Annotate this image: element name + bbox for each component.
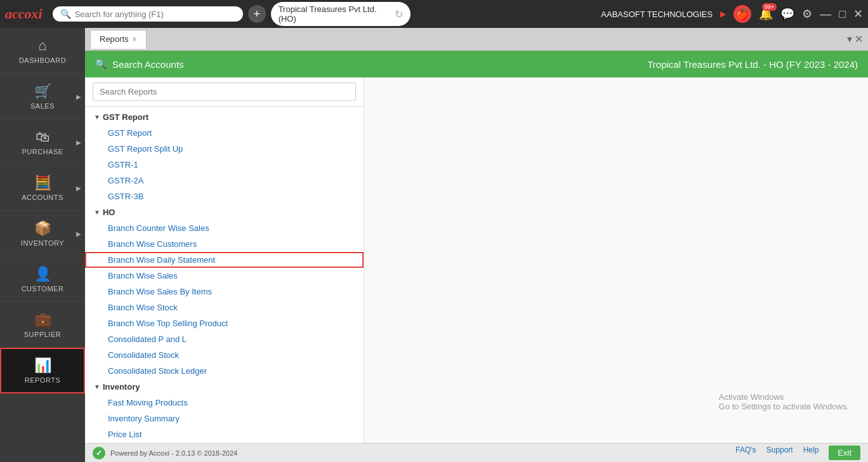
- left-panel: ▼ GST Report GST Report GST Report Split…: [85, 77, 364, 443]
- tab-bar: Reports × ▾ ✕: [85, 28, 868, 51]
- ho-section-items: Branch Counter Wise Sales Branch Wise Cu…: [85, 220, 364, 379]
- maximize-button[interactable]: □: [839, 8, 846, 21]
- sidebar-label-purchase: PURCHASE: [22, 148, 63, 155]
- sidebar-label-reports: REPORTS: [25, 376, 60, 384]
- tree-item-consolidated-stock[interactable]: Consolidated Stock: [85, 347, 364, 363]
- customer-icon: 👤: [34, 266, 51, 282]
- user-arrow: ▶: [720, 10, 726, 18]
- inventory-section-label: Inventory: [103, 382, 140, 392]
- tree-item-branch-wise-daily-statement[interactable]: Branch Wise Daily Statement: [85, 252, 364, 268]
- tab-more-buttons: ▾ ✕: [847, 33, 863, 45]
- sidebar-item-sales[interactable]: 🛒 SALES ▶: [0, 74, 85, 119]
- purchase-icon: 🛍: [36, 129, 49, 145]
- purchase-arrow-icon: ▶: [76, 138, 81, 145]
- settings-icon[interactable]: ⚙: [802, 7, 812, 21]
- tree-item-branch-counter-wise-sales[interactable]: Branch Counter Wise Sales: [85, 220, 364, 236]
- tree-item-branch-wise-sales[interactable]: Branch Wise Sales: [85, 268, 364, 284]
- footer-help-link[interactable]: Help: [803, 446, 819, 460]
- inventory-arrow-icon: ▶: [76, 230, 81, 237]
- avatar: 🍎: [733, 5, 751, 23]
- exit-button[interactable]: Exit: [829, 446, 860, 460]
- tree-item-gstr1[interactable]: GSTR-1: [85, 157, 364, 173]
- footer-powered-by: Powered by Accoxi - 2.0.13 © 2018-2024: [110, 449, 237, 457]
- search-reports-input[interactable]: [93, 82, 356, 101]
- gst-section-items: GST Report GST Report Split Up GSTR-1 GS…: [85, 125, 364, 204]
- sidebar-item-customer[interactable]: 👤 CUSTOMER: [0, 256, 85, 302]
- activate-windows-line1: Activate Windows: [719, 392, 849, 402]
- footer: ✓ Powered by Accoxi - 2.0.13 © 2018-2024…: [85, 443, 868, 462]
- tree-panel: ▼ GST Report GST Report GST Report Split…: [85, 107, 364, 443]
- sidebar-item-purchase[interactable]: 🛍 PURCHASE ▶: [0, 119, 85, 165]
- activate-windows-notice: Activate Windows Go to Settings to activ…: [719, 392, 849, 411]
- tree-item-gstr2a[interactable]: GSTR-2A: [85, 173, 364, 188]
- tree-section-inventory[interactable]: ▼ Inventory: [85, 379, 364, 395]
- company-header-title: Tropical Treasures Pvt Ltd. - HO (FY 202…: [647, 59, 858, 70]
- refresh-button[interactable]: ↻: [395, 8, 403, 20]
- tab-reports[interactable]: Reports ×: [90, 30, 147, 49]
- tree-item-price-list[interactable]: Price List: [85, 426, 364, 442]
- tab-reports-close[interactable]: ×: [133, 35, 137, 44]
- sidebar-item-supplier[interactable]: 💼 SUPPLIER: [0, 302, 85, 348]
- tab-dropdown-button[interactable]: ▾: [847, 33, 852, 45]
- sidebar-label-accounts: ACCOUNTS: [22, 194, 63, 201]
- search-accounts-icon: 🔍: [95, 58, 107, 70]
- gst-section-label: GST Report: [103, 112, 148, 122]
- tree-item-fast-moving-products[interactable]: Fast Moving Products: [85, 395, 364, 411]
- sidebar-label-dashboard: DASHBOARD: [19, 56, 66, 64]
- sidebar: ⌂ DASHBOARD 🛒 SALES ▶ 🛍 PURCHASE ▶ 🧮 ACC…: [0, 28, 85, 462]
- tree-item-branch-wise-top-selling[interactable]: Branch Wise Top Selling Product: [85, 315, 364, 331]
- sidebar-item-accounts[interactable]: 🧮 ACCOUNTS ▶: [0, 165, 85, 211]
- topbar: accoxi 🔍 + Tropical Treasures Pvt Ltd.(H…: [0, 0, 868, 28]
- footer-logo: ✓: [93, 447, 105, 459]
- sidebar-item-inventory[interactable]: 📦 INVENTORY ▶: [0, 211, 85, 256]
- sidebar-item-reports[interactable]: 📊 REPORTS: [0, 348, 85, 393]
- activate-windows-line2: Go to Settings to activate Windows.: [719, 402, 849, 411]
- green-header: 🔍 Search Accounts Tropical Treasures Pvt…: [85, 51, 868, 77]
- sales-icon: 🛒: [34, 83, 51, 100]
- global-search-input[interactable]: [75, 10, 221, 19]
- tree-item-gstr3b[interactable]: GSTR-3B: [85, 188, 364, 204]
- chat-icon[interactable]: 💬: [780, 7, 794, 21]
- supplier-icon: 💼: [34, 312, 51, 328]
- reports-content: ▼ GST Report GST Report GST Report Split…: [85, 77, 868, 443]
- sidebar-label-sales: SALES: [30, 102, 55, 110]
- gst-section-arrow: ▼: [94, 114, 100, 121]
- ho-section-label: HO: [103, 208, 115, 217]
- reports-icon: 📊: [34, 357, 51, 374]
- add-button[interactable]: +: [248, 5, 266, 23]
- search-reports-container: [85, 77, 364, 107]
- tree-item-gst-report[interactable]: GST Report: [85, 125, 364, 141]
- company-name: Tropical Treasures Pvt Ltd.(HO): [279, 4, 391, 23]
- tree-section-gst[interactable]: ▼ GST Report: [85, 109, 364, 125]
- footer-faq-link[interactable]: FAQ's: [735, 446, 756, 460]
- tab-reports-label: Reports: [100, 34, 129, 44]
- user-name: AABASOFT TECHNOLOGIES: [601, 10, 713, 19]
- sidebar-item-dashboard[interactable]: ⌂ DASHBOARD: [0, 28, 85, 74]
- minimize-button[interactable]: —: [820, 8, 831, 21]
- search-accounts-label: Search Accounts: [112, 59, 184, 70]
- close-button[interactable]: ✕: [853, 7, 863, 21]
- tree-item-consolidated-pl[interactable]: Consolidated P and L: [85, 331, 364, 347]
- inventory-section-items: Fast Moving Products Inventory Summary P…: [85, 395, 364, 442]
- accounts-arrow-icon: ▶: [76, 184, 81, 191]
- notification-bell[interactable]: 🔔 99+: [759, 7, 773, 21]
- search-accounts-area[interactable]: 🔍 Search Accounts: [95, 58, 184, 70]
- company-selector[interactable]: Tropical Treasures Pvt Ltd.(HO) ↻: [271, 2, 411, 26]
- avatar-icon: 🍎: [736, 8, 749, 20]
- search-icon: 🔍: [60, 9, 71, 19]
- tree-item-inventory-summary[interactable]: Inventory Summary: [85, 411, 364, 426]
- tree-item-branch-wise-stock[interactable]: Branch Wise Stock: [85, 300, 364, 315]
- tree-item-branch-wise-sales-by-items[interactable]: Branch Wise Sales By Items: [85, 284, 364, 300]
- tree-section-ho[interactable]: ▼ HO: [85, 204, 364, 220]
- tree-item-gst-report-split[interactable]: GST Report Split Up: [85, 141, 364, 157]
- tab-close-all-button[interactable]: ✕: [855, 33, 863, 45]
- sales-arrow-icon: ▶: [76, 93, 81, 100]
- sidebar-label-inventory: INVENTORY: [21, 239, 64, 247]
- content-area: Reports × ▾ ✕ 🔍 Search Accounts Tropical…: [85, 28, 868, 462]
- tree-item-branch-wise-customers[interactable]: Branch Wise Customers: [85, 236, 364, 252]
- footer-support-link[interactable]: Support: [766, 446, 793, 460]
- inventory-icon: 📦: [34, 220, 51, 237]
- tree-item-consolidated-stock-ledger[interactable]: Consolidated Stock Ledger: [85, 363, 364, 379]
- global-search-bar[interactable]: 🔍: [53, 6, 243, 22]
- footer-right: FAQ's Support Help Exit: [735, 446, 860, 460]
